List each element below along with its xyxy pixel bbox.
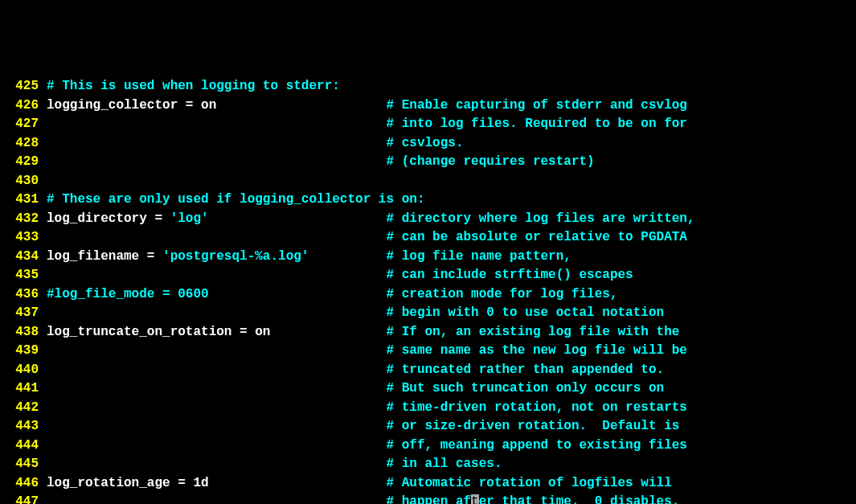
text-segment: er that time. 0 disables.: [479, 494, 680, 504]
code-line[interactable]: 436#log_file_mode = 0600 # creation mode…: [0, 285, 856, 305]
text-segment: # csvlogs.: [386, 136, 463, 150]
text-segment: [47, 363, 386, 377]
line-content[interactable]: log_filename = 'postgresql-%a.log' # log…: [47, 248, 571, 267]
line-number: 440: [0, 361, 47, 380]
line-content[interactable]: # same name as the new log file will be: [47, 342, 687, 361]
line-number: 438: [0, 323, 47, 342]
line-number: 432: [0, 210, 47, 229]
code-line[interactable]: 440 # truncated rather than appended to.: [0, 361, 856, 380]
text-segment: [309, 249, 386, 264]
text-segment: [47, 457, 386, 471]
code-line[interactable]: 437 # begin with 0 to use octal notation: [0, 304, 856, 323]
line-content[interactable]: # can include strftime() escapes: [47, 266, 633, 285]
line-content[interactable]: # in all cases.: [47, 455, 502, 474]
code-line[interactable]: 431# These are only used if logging_coll…: [0, 191, 856, 210]
text-segment: [47, 438, 386, 453]
code-line[interactable]: 445 # in all cases.: [0, 455, 856, 474]
text-segment: log_directory =: [47, 211, 170, 226]
line-number: 446: [0, 474, 47, 494]
text-segment: [47, 117, 386, 131]
text-segment: log_filename =: [47, 249, 162, 264]
line-number: 436: [0, 285, 47, 305]
text-segment: # can include strftime() escapes: [386, 268, 633, 282]
line-number: 433: [0, 228, 47, 248]
text-segment: [47, 419, 386, 433]
text-segment: [47, 400, 386, 415]
text-segment: [47, 305, 386, 320]
code-line[interactable]: 425# This is used when logging to stderr…: [0, 77, 856, 96]
code-line[interactable]: 435 # can include strftime() escapes: [0, 266, 856, 285]
code-line[interactable]: 427 # into log files. Required to be on …: [0, 115, 856, 134]
line-content[interactable]: # But such truncation only occurs on: [47, 379, 664, 399]
code-line[interactable]: 438log_truncate_on_rotation = on # If on…: [0, 323, 856, 342]
text-segment: [47, 494, 386, 504]
text-segment: # truncated rather than appended to.: [386, 363, 664, 377]
line-content[interactable]: # These are only used if logging_collect…: [47, 191, 424, 210]
text-segment: log_truncate_on_rotation = on: [47, 325, 386, 339]
text-segment: [47, 136, 386, 150]
text-segment: # or size-driven rotation. Default is: [386, 419, 679, 433]
line-number: 429: [0, 153, 47, 172]
line-number: 431: [0, 191, 47, 210]
code-line[interactable]: 447 # happen after that time. 0 disables…: [0, 493, 856, 504]
line-content[interactable]: log_directory = 'log' # directory where …: [47, 210, 695, 229]
line-number: 439: [0, 342, 47, 361]
code-line[interactable]: 441 # But such truncation only occurs on: [0, 379, 856, 399]
text-segment: # in all cases.: [386, 457, 502, 471]
text-segment: # into log files. Required to be on for: [386, 117, 686, 131]
line-content[interactable]: # time-driven rotation, not on restarts: [47, 399, 687, 418]
text-segment: # (change requires restart): [386, 154, 594, 169]
text-segment: logging_collector = on: [47, 98, 386, 113]
text-segment: [47, 230, 386, 244]
line-content[interactable]: logging_collector = on # Enable capturin…: [47, 96, 687, 116]
code-line[interactable]: 439 # same name as the new log file will…: [0, 342, 856, 361]
line-number: 437: [0, 304, 47, 323]
code-line[interactable]: 442 # time-driven rotation, not on resta…: [0, 399, 856, 418]
text-segment: [47, 154, 386, 169]
line-content[interactable]: #log_file_mode = 0600 # creation mode fo…: [47, 285, 618, 305]
line-number: 443: [0, 417, 47, 436]
line-content[interactable]: # begin with 0 to use octal notation: [47, 304, 664, 323]
line-content[interactable]: # into log files. Required to be on for: [47, 115, 687, 134]
text-segment: [47, 381, 386, 395]
line-content[interactable]: # happen after that time. 0 disables.: [47, 493, 679, 504]
line-number: 447: [0, 493, 47, 504]
code-line[interactable]: 429 # (change requires restart): [0, 153, 856, 172]
line-number: 426: [0, 96, 47, 116]
text-segment: # begin with 0 to use octal notation: [386, 305, 664, 320]
text-segment: [209, 211, 387, 226]
code-line[interactable]: 432log_directory = 'log' # directory whe…: [0, 210, 856, 229]
text-segment: # happen af: [386, 494, 471, 504]
text-segment: # can be absolute or relative to PGDATA: [386, 230, 686, 244]
code-line[interactable]: 444 # off, meaning append to existing fi…: [0, 436, 856, 456]
line-number: 427: [0, 115, 47, 134]
line-content[interactable]: # can be absolute or relative to PGDATA: [47, 228, 687, 248]
line-number: 445: [0, 455, 47, 474]
line-number: 442: [0, 399, 47, 418]
line-content[interactable]: # truncated rather than appended to.: [47, 361, 664, 380]
text-segment: #log_file_mode = 0600 # creation mode fo…: [47, 287, 618, 301]
line-content[interactable]: # off, meaning append to existing files: [47, 436, 687, 456]
text-segment: # same name as the new log file will be: [386, 343, 686, 358]
code-line[interactable]: 426logging_collector = on # Enable captu…: [0, 96, 856, 116]
code-line[interactable]: 430: [0, 172, 856, 191]
text-segment: # This is used when logging to stderr:: [47, 79, 340, 93]
line-content[interactable]: log_truncate_on_rotation = on # If on, a…: [47, 323, 679, 342]
text-segment: # off, meaning append to existing files: [386, 438, 686, 453]
text-segment: [47, 343, 386, 358]
line-content[interactable]: # or size-driven rotation. Default is: [47, 417, 679, 436]
code-line[interactable]: 433 # can be absolute or relative to PGD…: [0, 228, 856, 248]
line-content[interactable]: # csvlogs.: [47, 134, 463, 154]
code-line[interactable]: 446log_rotation_age = 1d # Automatic rot…: [0, 474, 856, 494]
code-line[interactable]: 428 # csvlogs.: [0, 134, 856, 154]
code-line[interactable]: 434log_filename = 'postgresql-%a.log' # …: [0, 248, 856, 267]
text-segment: # These are only used if logging_collect…: [47, 192, 424, 207]
text-segment: # time-driven rotation, not on restarts: [386, 400, 686, 415]
line-content[interactable]: log_rotation_age = 1d # Automatic rotati…: [47, 474, 672, 494]
text-editor-view[interactable]: 425# This is used when logging to stderr…: [0, 77, 856, 504]
code-line[interactable]: 443 # or size-driven rotation. Default i…: [0, 417, 856, 436]
line-content[interactable]: # This is used when logging to stderr:: [47, 77, 340, 96]
line-number: 425: [0, 77, 47, 96]
text-segment: [47, 268, 386, 282]
line-content[interactable]: # (change requires restart): [47, 153, 595, 172]
